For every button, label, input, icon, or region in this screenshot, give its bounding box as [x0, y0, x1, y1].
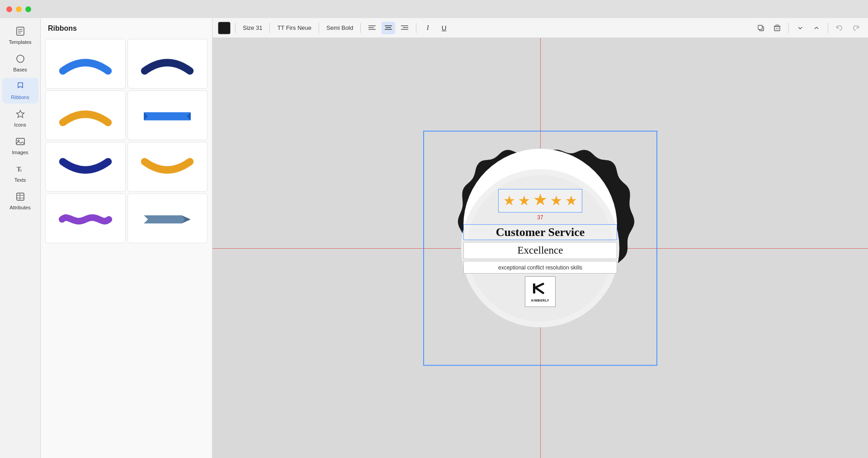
svg-rect-15 — [144, 112, 191, 120]
logo-box: KIMBERLY — [525, 276, 556, 307]
rating-label: 37 — [537, 214, 543, 221]
badge-title[interactable]: Customer Service — [467, 226, 613, 239]
subtitle-label: exceptional conflict resolution skills — [498, 264, 582, 271]
font-weight[interactable]: Semi Bold — [324, 23, 356, 33]
svg-point-8 — [18, 140, 19, 142]
sidebar-item-templates[interactable]: Templates — [2, 23, 38, 48]
star-2: ★ — [518, 193, 530, 208]
star-5: ★ — [565, 193, 577, 208]
logo-text: KIMBERLY — [531, 299, 549, 302]
images-label: Images — [12, 150, 28, 155]
ribbon-item-6[interactable] — [127, 142, 208, 192]
ribbons-icon — [15, 81, 25, 93]
images-icon — [15, 137, 25, 148]
toolbar-sep-3 — [319, 23, 319, 33]
templates-icon — [15, 26, 25, 38]
move-down-button[interactable] — [793, 22, 807, 34]
sidebar-item-texts[interactable]: T t Texts — [2, 161, 38, 186]
ribbon-item-5[interactable] — [45, 142, 126, 192]
sidebar-item-icons[interactable]: Icons — [2, 105, 38, 131]
badge-text-layer: ★ ★ ★ ★ ★ 37 Customer Service Excellence — [463, 189, 617, 307]
close-button[interactable] — [6, 6, 12, 12]
logo-svg — [529, 282, 551, 299]
toolbar-sep-5 — [416, 23, 416, 33]
align-left-button[interactable] — [365, 22, 379, 34]
svg-rect-11 — [17, 193, 24, 200]
panel-title: Ribbons — [41, 18, 212, 37]
svg-text:t: t — [20, 167, 22, 173]
bases-icon — [15, 54, 25, 65]
copy-button[interactable] — [754, 22, 768, 34]
bases-label: Bases — [13, 67, 27, 72]
align-center-button[interactable] — [382, 22, 395, 34]
sidebar-item-images[interactable]: Images — [2, 133, 38, 159]
color-swatch[interactable] — [218, 22, 231, 34]
ribbon-item-7[interactable] — [45, 194, 126, 243]
templates-label: Templates — [9, 39, 31, 45]
ribbon-item-8[interactable] — [127, 194, 208, 243]
minimize-button[interactable] — [16, 6, 22, 12]
sidebar-item-bases[interactable]: Bases — [2, 50, 38, 76]
align-right-button[interactable] — [398, 22, 411, 34]
maximize-button[interactable] — [25, 6, 31, 12]
app-body: Templates Bases Ribbons — [0, 18, 868, 458]
ribbon-item-1[interactable] — [45, 39, 126, 89]
svg-marker-5 — [16, 110, 24, 118]
star-4: ★ — [550, 193, 562, 208]
toolbar: Size 31 TT Firs Neue Semi Bold I U — [212, 18, 868, 38]
font-size[interactable]: Size 31 — [240, 23, 265, 33]
toolbar-sep-1 — [235, 23, 236, 33]
underline-button[interactable]: U — [437, 22, 451, 34]
icon-nav: Templates Bases Ribbons — [0, 18, 41, 458]
title-selection-box: Customer Service — [463, 224, 617, 241]
italic-button[interactable]: I — [421, 22, 434, 34]
ribbon-item-4[interactable] — [127, 90, 208, 140]
excellence-text-box[interactable]: Excellence — [463, 242, 617, 259]
ribbon-item-2[interactable] — [127, 39, 208, 89]
badge-container[interactable]: ★ ★ ★ ★ ★ 37 Customer Service Excellence — [432, 140, 649, 357]
sidebar-item-attributes[interactable]: Attributes — [2, 188, 38, 214]
ribbon-grid — [41, 37, 212, 245]
ribbons-label: Ribbons — [11, 94, 29, 100]
texts-icon: T t — [15, 164, 25, 175]
undo-button[interactable] — [833, 22, 846, 34]
attributes-label: Attributes — [9, 205, 30, 210]
delete-button[interactable] — [770, 22, 784, 34]
toolbar-sep-4 — [360, 23, 361, 33]
subtitle-text-box[interactable]: exceptional conflict resolution skills — [463, 261, 617, 274]
star-3-big: ★ — [533, 190, 547, 209]
font-family[interactable]: TT Firs Neue — [274, 23, 314, 33]
stars-container: ★ ★ ★ ★ ★ 37 — [498, 189, 582, 212]
icons-icon — [15, 109, 25, 120]
svg-rect-29 — [758, 25, 762, 29]
canvas-area[interactable]: ★ ★ ★ ★ ★ 37 Customer Service Excellence — [212, 38, 868, 458]
svg-rect-6 — [16, 138, 24, 145]
svg-rect-34 — [776, 25, 778, 26]
svg-rect-30 — [774, 26, 780, 31]
excellence-label: Excellence — [518, 245, 563, 256]
toolbar-sep-6 — [788, 23, 789, 33]
toolbar-sep-7 — [828, 23, 828, 33]
title-bar — [0, 0, 868, 18]
attributes-icon — [15, 192, 25, 203]
move-up-button[interactable] — [810, 22, 823, 34]
star-1: ★ — [503, 193, 515, 208]
toolbar-sep-2 — [269, 23, 270, 33]
texts-label: Texts — [14, 177, 26, 183]
icons-label: Icons — [14, 122, 26, 127]
main-area: Size 31 TT Firs Neue Semi Bold I U — [212, 18, 868, 458]
svg-point-4 — [17, 55, 24, 62]
ribbons-panel: Ribbons — [41, 18, 212, 458]
redo-button[interactable] — [849, 22, 863, 34]
sidebar-item-ribbons[interactable]: Ribbons — [2, 78, 38, 104]
ribbon-item-3[interactable] — [45, 90, 126, 140]
